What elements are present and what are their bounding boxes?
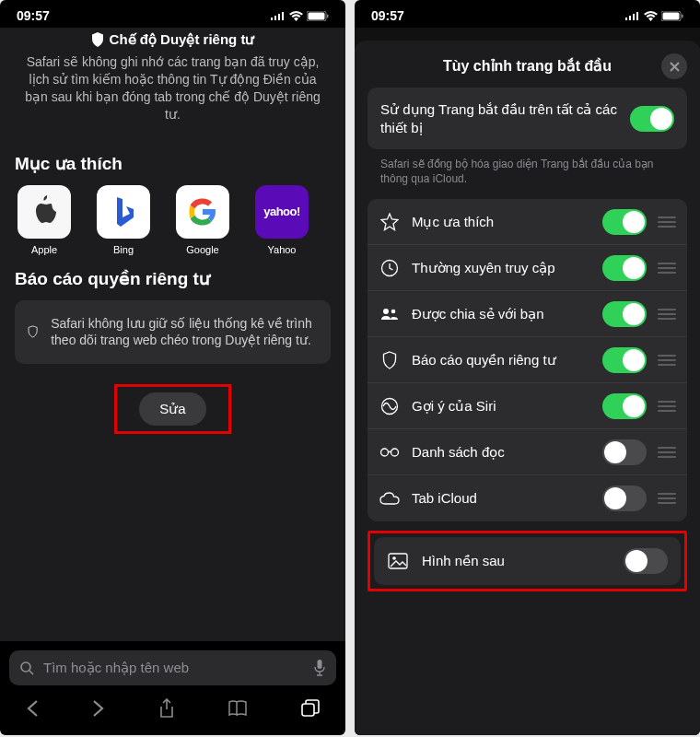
bookmarks-button[interactable] bbox=[228, 700, 248, 720]
favorite-apple[interactable]: Apple bbox=[15, 185, 74, 255]
svg-rect-10 bbox=[302, 704, 314, 716]
apple-icon bbox=[18, 185, 71, 239]
svg-rect-17 bbox=[682, 14, 683, 18]
right-content: Tùy chỉnh trang bắt đầu Sử dụng Trang bắ… bbox=[355, 28, 700, 735]
private-mode-heading: Chế độ Duyệt riêng tư bbox=[15, 28, 331, 48]
privacy-report-title: Báo cáo quyền riêng tư bbox=[15, 268, 331, 289]
svg-point-25 bbox=[392, 557, 396, 561]
glasses-icon bbox=[379, 448, 401, 457]
svg-rect-5 bbox=[309, 12, 325, 19]
address-bar[interactable]: Tìm hoặc nhập tên web bbox=[9, 650, 336, 685]
bottom-toolbar bbox=[0, 689, 345, 735]
toggle[interactable] bbox=[602, 393, 647, 419]
customize-sheet: Tùy chỉnh trang bắt đầu Sử dụng Trang bắ… bbox=[355, 41, 700, 735]
svg-line-8 bbox=[29, 671, 33, 674]
svg-point-20 bbox=[391, 310, 396, 314]
star-icon bbox=[379, 213, 401, 231]
mic-icon[interactable] bbox=[314, 660, 325, 676]
battery-icon bbox=[661, 11, 683, 21]
status-time: 09:57 bbox=[17, 8, 50, 23]
svg-rect-1 bbox=[274, 16, 276, 20]
favorite-yahoo[interactable]: yahoo! Yahoo bbox=[252, 185, 311, 255]
favorite-label: Google bbox=[186, 244, 218, 255]
sync-hint: Safari sẽ đồng bộ hóa giao diện Trang bắ… bbox=[368, 149, 687, 199]
wifi-icon bbox=[644, 11, 658, 21]
option-icloud-tabs[interactable]: Tab iCloud bbox=[368, 475, 687, 521]
edit-button[interactable]: Sửa bbox=[139, 392, 205, 426]
drag-handle-icon[interactable] bbox=[658, 493, 676, 504]
drag-handle-icon[interactable] bbox=[658, 309, 676, 320]
status-indicators bbox=[271, 11, 329, 21]
yahoo-icon: yahoo! bbox=[255, 185, 309, 239]
svg-rect-11 bbox=[625, 18, 627, 20]
status-indicators bbox=[625, 11, 683, 21]
siri-icon bbox=[379, 397, 401, 415]
status-bar: 09:57 bbox=[0, 0, 345, 28]
option-shared-with-you[interactable]: Được chia sẻ với bạn bbox=[368, 291, 687, 337]
svg-point-22 bbox=[381, 449, 389, 456]
forward-button[interactable] bbox=[92, 699, 105, 721]
tabs-button[interactable] bbox=[301, 699, 320, 721]
cloud-icon bbox=[379, 492, 401, 505]
phone-right: 09:57 Tùy chỉnh trang bắt đầu Sử dụng Tr… bbox=[355, 0, 700, 735]
svg-rect-0 bbox=[271, 18, 273, 20]
background-image-toggle[interactable] bbox=[624, 548, 668, 574]
private-mode-description: Safari sẽ không ghi nhớ các trang bạn đã… bbox=[15, 48, 331, 140]
favorite-google[interactable]: Google bbox=[173, 185, 232, 255]
edit-row: Sửa bbox=[15, 384, 331, 434]
search-placeholder: Tìm hoặc nhập tên web bbox=[43, 660, 305, 676]
image-icon bbox=[387, 553, 409, 569]
svg-rect-6 bbox=[327, 14, 329, 18]
option-privacy-report[interactable]: Báo cáo quyền riêng tư bbox=[368, 337, 687, 383]
sheet-title: Tùy chỉnh trang bắt đầu bbox=[443, 57, 612, 75]
favorites-row: Apple Bing Google yahoo! Yahoo bbox=[15, 185, 331, 255]
option-frequently-visited[interactable]: Thường xuyên truy cập bbox=[368, 245, 687, 291]
background-image-label: Hình nền sau bbox=[422, 553, 611, 570]
drag-handle-icon[interactable] bbox=[658, 447, 676, 458]
privacy-report-card[interactable]: Safari không lưu giữ số liệu thống kê về… bbox=[15, 300, 331, 365]
cellular-icon bbox=[271, 11, 286, 20]
favorite-bing[interactable]: Bing bbox=[94, 185, 153, 255]
highlight-edit: Sửa bbox=[114, 384, 230, 434]
sync-toggle[interactable] bbox=[630, 106, 674, 132]
favorites-title: Mục ưa thích bbox=[15, 153, 331, 174]
options-list: Mục ưa thích Thường xuyên truy cập Được … bbox=[368, 199, 687, 521]
option-siri-suggestions[interactable]: Gợi ý của Siri bbox=[368, 383, 687, 429]
cellular-icon bbox=[625, 11, 640, 20]
wifi-icon bbox=[289, 11, 303, 21]
drag-handle-icon[interactable] bbox=[658, 216, 676, 228]
sync-card: Sử dụng Trang bắt đầu trên tất cả các th… bbox=[368, 88, 687, 149]
share-button[interactable] bbox=[158, 698, 175, 722]
option-favorites[interactable]: Mục ưa thích bbox=[368, 199, 687, 245]
option-background-image[interactable]: Hình nền sau bbox=[374, 537, 681, 585]
back-button[interactable] bbox=[26, 699, 39, 721]
clock-icon bbox=[379, 259, 401, 277]
close-icon bbox=[670, 62, 680, 72]
svg-rect-9 bbox=[318, 660, 322, 669]
drag-handle-icon[interactable] bbox=[658, 263, 676, 274]
sheet-header: Tùy chỉnh trang bắt đầu bbox=[368, 53, 687, 88]
svg-point-7 bbox=[21, 662, 30, 672]
toggle[interactable] bbox=[602, 347, 647, 373]
highlight-background-image: Hình nền sau bbox=[368, 531, 687, 591]
sync-row[interactable]: Sử dụng Trang bắt đầu trên tất cả các th… bbox=[368, 88, 687, 149]
sync-label: Sử dụng Trang bắt đầu trên tất cả các th… bbox=[380, 100, 619, 136]
svg-rect-14 bbox=[636, 12, 638, 20]
status-bar: 09:57 bbox=[355, 0, 700, 28]
toggle[interactable] bbox=[602, 255, 647, 281]
battery-icon bbox=[307, 11, 329, 21]
toggle[interactable] bbox=[602, 485, 647, 511]
svg-point-19 bbox=[383, 309, 389, 314]
toggle[interactable] bbox=[602, 439, 647, 465]
close-button[interactable] bbox=[661, 53, 687, 79]
privacy-report-text: Safari không lưu giữ số liệu thống kê về… bbox=[51, 315, 318, 350]
option-reading-list[interactable]: Danh sách đọc bbox=[368, 429, 687, 475]
drag-handle-icon[interactable] bbox=[658, 401, 676, 412]
status-time: 09:57 bbox=[371, 8, 404, 23]
search-icon bbox=[20, 661, 34, 675]
toggle[interactable] bbox=[602, 209, 647, 235]
phone-left: 09:57 Chế độ Duyệt riêng tư Safari sẽ kh… bbox=[0, 0, 345, 735]
drag-handle-icon[interactable] bbox=[658, 355, 676, 366]
toggle[interactable] bbox=[602, 301, 647, 327]
svg-rect-3 bbox=[282, 12, 284, 20]
